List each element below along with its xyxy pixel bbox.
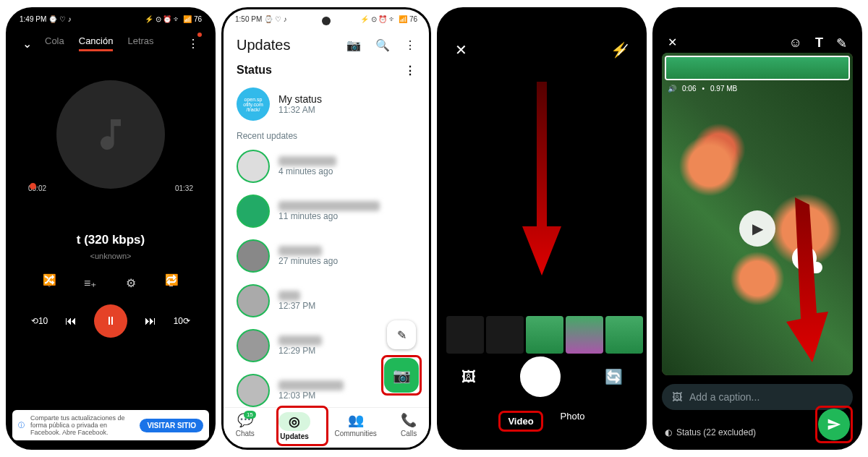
nav-calls[interactable]: 📞Calls bbox=[401, 412, 417, 440]
add-media-icon[interactable]: 🖼 bbox=[672, 391, 682, 403]
status-item[interactable]: 12:37 PM bbox=[224, 278, 429, 323]
repeat-icon[interactable]: 🔁 bbox=[165, 273, 179, 286]
rewind-10-icon[interactable]: ⟲10 bbox=[31, 316, 48, 326]
prev-track-icon[interactable]: ⏮ bbox=[65, 315, 77, 328]
battery-pct: 76 bbox=[194, 15, 202, 23]
tutorial-arrow bbox=[780, 197, 831, 367]
gallery-thumbnails[interactable] bbox=[446, 316, 637, 354]
close-icon[interactable]: ✕ bbox=[455, 41, 467, 59]
status-item[interactable]: 4 minutes ago bbox=[224, 144, 429, 189]
mode-video[interactable]: Video bbox=[498, 411, 542, 432]
forward-10-icon[interactable]: 10⟳ bbox=[174, 316, 190, 326]
video-size: 0.97 MB bbox=[710, 85, 737, 93]
my-status-item[interactable]: open.spotify.com/track/ My status 11:32 … bbox=[224, 82, 429, 127]
nav-chats[interactable]: 💬Chats 15 bbox=[236, 412, 255, 440]
mute-icon[interactable]: 🔊 bbox=[668, 85, 676, 93]
text-status-button[interactable]: ✎ bbox=[387, 320, 416, 349]
item-name: My status bbox=[278, 93, 322, 105]
avatar: open.spotify.com/track/ bbox=[237, 87, 270, 121]
text-icon[interactable]: T bbox=[815, 35, 823, 51]
page-title: Updates bbox=[237, 37, 291, 54]
camera-icon[interactable]: 📷 bbox=[346, 38, 361, 52]
track-title: t (320 kbps) bbox=[8, 233, 213, 247]
status-more-icon[interactable]: ⋮ bbox=[404, 64, 416, 77]
status-item[interactable]: 11 minutes ago bbox=[224, 189, 429, 234]
time-total: 01:32 bbox=[175, 184, 193, 192]
phone-whatsapp-updates: 1:50 PM⌚ ♡ ♪ ⚡ ⊙ ⏰ ᯤ 📶76 Updates 📷 🔍 ⋮ S… bbox=[221, 7, 431, 450]
status-privacy[interactable]: ◐ Status (22 excluded) bbox=[665, 427, 756, 437]
status-item[interactable]: 27 minutes ago bbox=[224, 234, 429, 278]
highlight-send-button bbox=[815, 406, 853, 443]
more-icon[interactable]: ⋮ bbox=[187, 37, 199, 51]
flash-off-icon[interactable]: ⚡̸ bbox=[610, 41, 629, 59]
album-art bbox=[56, 80, 165, 189]
video-trim-bar[interactable] bbox=[665, 56, 850, 80]
highlight-camera-fab bbox=[381, 355, 422, 396]
status-heading: Status bbox=[237, 64, 272, 77]
shuffle-icon[interactable]: 🔀 bbox=[43, 273, 56, 286]
caption-placeholder: Add a caption... bbox=[689, 391, 760, 403]
chevron-down-icon[interactable]: ⌄ bbox=[22, 37, 32, 51]
gallery-icon[interactable]: 🖼 bbox=[461, 369, 476, 385]
more-icon[interactable]: ⋮ bbox=[404, 38, 416, 52]
phone-music-player: 1:49 PM⌚ ♡ ♪ ⚡ ⊙ ⏰ ᯤ 📶76 ⌄ Cola Canción … bbox=[6, 7, 216, 450]
recent-heading: Recent updates bbox=[224, 127, 429, 144]
unread-badge: 15 bbox=[244, 411, 256, 419]
tab-queue[interactable]: Cola bbox=[45, 35, 64, 51]
tab-lyrics[interactable]: Letras bbox=[127, 35, 153, 51]
mode-photo[interactable]: Photo bbox=[561, 411, 585, 432]
track-artist: <unknown> bbox=[8, 252, 213, 260]
tutorial-arrow bbox=[516, 82, 567, 280]
status-icon: ◐ bbox=[665, 427, 672, 437]
phone-camera: ✕ ⚡̸ 🖼 🔄 Video Photo bbox=[437, 7, 647, 450]
phone-caption-editor: ✕ ☺ T ✎ 🔊 0:06 • 0.97 MB ▶ 🖼 Add a capti… bbox=[652, 7, 862, 450]
draw-icon[interactable]: ✎ bbox=[836, 35, 847, 51]
ad-banner[interactable]: ⓘ Comparte tus actualizaciones de forma … bbox=[12, 410, 209, 440]
visit-site-button[interactable]: VISITAR SITIO bbox=[140, 419, 203, 432]
video-duration: 0:06 bbox=[682, 85, 696, 93]
pause-button[interactable]: ⏸ bbox=[94, 304, 127, 338]
tab-song[interactable]: Canción bbox=[79, 35, 114, 51]
item-time: 11:32 AM bbox=[278, 105, 322, 115]
sticker-icon[interactable]: ☺ bbox=[789, 35, 802, 51]
switch-camera-icon[interactable]: 🔄 bbox=[605, 368, 623, 385]
close-icon[interactable]: ✕ bbox=[668, 35, 677, 51]
search-icon[interactable]: 🔍 bbox=[375, 38, 390, 52]
status-time: 1:49 PM bbox=[20, 15, 46, 23]
play-button[interactable]: ▶ bbox=[739, 210, 775, 247]
nav-communities[interactable]: 👥Communities bbox=[334, 412, 376, 440]
equalizer-icon[interactable]: ⚙ bbox=[126, 276, 136, 290]
progress-handle[interactable] bbox=[30, 183, 36, 189]
banner-text: Comparte tus actualizaciones de forma pú… bbox=[30, 414, 134, 436]
highlight-updates-tab bbox=[276, 406, 328, 446]
next-track-icon[interactable]: ⏭ bbox=[145, 315, 156, 328]
playlist-add-icon[interactable]: ≡₊ bbox=[84, 276, 96, 290]
shutter-button[interactable] bbox=[520, 356, 561, 397]
